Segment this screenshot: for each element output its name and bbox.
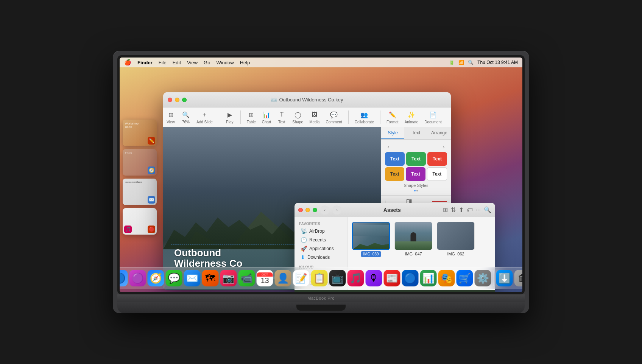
finder-more-icon[interactable]: ··· bbox=[476, 207, 481, 213]
style-btn-red[interactable]: Text bbox=[427, 152, 447, 166]
menu-view[interactable]: View bbox=[187, 60, 198, 65]
macbook-label: MacBook Pro bbox=[307, 296, 335, 300]
dock-launchpad[interactable]: 🟣 bbox=[129, 270, 146, 286]
finder-share-icon[interactable]: ⬆ bbox=[459, 206, 464, 213]
toolbar-table[interactable]: ⊞ Table bbox=[247, 110, 256, 124]
finder-forward-btn[interactable]: › bbox=[332, 205, 341, 215]
dock-music[interactable]: 🎵 bbox=[347, 270, 364, 286]
toolbar-shape[interactable]: ◯ Shape bbox=[292, 110, 303, 124]
dock-maps[interactable]: 🗺 bbox=[202, 270, 219, 286]
toolbar-animate[interactable]: ✨ Animate bbox=[405, 110, 419, 124]
finder-back-btn[interactable]: ‹ bbox=[320, 205, 329, 215]
apple-menu-icon[interactable]: 🍎 bbox=[124, 59, 131, 66]
menu-file[interactable]: File bbox=[159, 60, 167, 65]
sidebar-section-favorites: Favorites bbox=[295, 220, 347, 227]
menubar: 🍎 Finder File Edit View Go Window Help 🔋… bbox=[120, 58, 522, 67]
file-item-img039[interactable]: IMG_039 bbox=[352, 222, 390, 256]
finder-tag-icon[interactable]: 🏷 bbox=[467, 207, 473, 213]
dock-messages[interactable]: 💬 bbox=[166, 270, 182, 286]
dock-trash[interactable]: 🗑 bbox=[514, 270, 523, 286]
finder-minimize-btn[interactable] bbox=[305, 208, 310, 212]
finder-search-icon[interactable]: 🔍 bbox=[484, 206, 491, 213]
dock-systemprefs[interactable]: ⚙️ bbox=[475, 270, 491, 286]
tab-arrange[interactable]: Arrange bbox=[428, 127, 451, 139]
dock-numbers[interactable]: 📊 bbox=[420, 270, 437, 286]
dock-airdrop[interactable]: ⬇️ bbox=[496, 270, 513, 286]
menubar-datetime: Thu Oct 13 9:41 AM bbox=[477, 60, 518, 65]
sidebar-item-applications[interactable]: 🚀 Applications bbox=[296, 244, 346, 253]
screen: 🍎 Finder File Edit View Go Window Help 🔋… bbox=[120, 58, 522, 292]
dock-safari[interactable]: 🧭 bbox=[148, 270, 164, 286]
dock-keynote[interactable]: 🎭 bbox=[438, 270, 455, 286]
finder-fullscreen-btn[interactable] bbox=[313, 208, 317, 212]
dock-news[interactable]: 📰 bbox=[384, 270, 400, 286]
minimize-button[interactable] bbox=[175, 98, 179, 102]
dock-contacts[interactable]: 👤 bbox=[275, 270, 291, 286]
menu-edit[interactable]: Edit bbox=[173, 60, 181, 65]
toolbar-add-slide[interactable]: ＋ Add Slide bbox=[196, 110, 213, 124]
keynote-titlebar: ⌨️ Outbound Wilderness Co.key bbox=[163, 92, 451, 107]
finder-arrange-icon[interactable]: ⇅ bbox=[451, 206, 456, 213]
macbook-chin: MacBook Pro bbox=[117, 294, 525, 302]
style-btn-white[interactable]: Text bbox=[427, 167, 447, 181]
toolbar-chart[interactable]: 📊 Chart bbox=[262, 110, 271, 124]
toolbar-format[interactable]: ✏️ Format bbox=[386, 110, 399, 124]
toolbar-media[interactable]: 🖼 Media bbox=[309, 110, 319, 124]
dock-lasso[interactable]: 🔵 bbox=[402, 270, 419, 286]
style-prev-btn[interactable]: ‹ bbox=[385, 143, 392, 150]
dock-separator bbox=[494, 271, 494, 286]
menubar-search-icon[interactable]: 🔍 bbox=[468, 60, 474, 65]
thumb-3[interactable]: text content here ✉️ bbox=[123, 179, 157, 205]
tab-style[interactable]: Style bbox=[381, 127, 404, 139]
macbook-frame: 🍎 Finder File Edit View Go Window Help 🔋… bbox=[113, 51, 529, 313]
thumb-4[interactable]: 🔴 🎵 bbox=[123, 208, 157, 235]
sidebar-item-airdrop[interactable]: 📡 AirDrop bbox=[296, 227, 346, 235]
toolbar-document[interactable]: 📄 Document bbox=[424, 110, 442, 124]
toolbar-view[interactable]: ⊞ View bbox=[166, 110, 175, 124]
sidebar-item-downloads[interactable]: ⬇ Downloads bbox=[296, 253, 346, 261]
toolbar-play[interactable]: ▶ Play bbox=[225, 110, 234, 124]
dock-calendar[interactable]: OCT 13 bbox=[257, 270, 273, 286]
fullscreen-button[interactable] bbox=[182, 98, 187, 102]
dock-mail[interactable]: ✉️ bbox=[184, 270, 201, 286]
dock-photos[interactable]: 📷 bbox=[220, 270, 237, 286]
dock-facetime[interactable]: 📹 bbox=[238, 270, 255, 286]
sidebar-item-recents[interactable]: 🕐 Recents bbox=[296, 236, 346, 244]
file-label-img039: IMG_039 bbox=[361, 252, 381, 256]
dock-notes[interactable]: 📋 bbox=[311, 270, 328, 286]
toolbar-text[interactable]: T Text bbox=[277, 110, 286, 124]
dock-finder[interactable]: 🔵 bbox=[120, 270, 128, 286]
file-label-img062: IMG_062 bbox=[447, 252, 464, 256]
macbook-base bbox=[117, 302, 525, 313]
thumb-1[interactable]: WorkshopBook ✏️ bbox=[123, 120, 157, 146]
app-name[interactable]: Finder bbox=[137, 60, 153, 65]
file-item-img062[interactable]: IMG_062 bbox=[437, 222, 475, 256]
file-item-img047[interactable]: IMG_047 bbox=[394, 222, 432, 256]
style-next-btn[interactable]: › bbox=[440, 143, 447, 150]
screen-bezel: 🍎 Finder File Edit View Go Window Help 🔋… bbox=[117, 55, 525, 294]
window-title: ⌨️ Outbound Wilderness Co.key bbox=[271, 97, 343, 103]
dock-appletv[interactable]: 📺 bbox=[329, 270, 346, 286]
macbook-notch bbox=[296, 305, 346, 311]
dock-podcasts[interactable]: 🎙 bbox=[366, 270, 382, 286]
shape-styles-label: Shape Styles bbox=[385, 183, 447, 188]
thumb-2[interactable]: Farm 🧭 bbox=[123, 149, 157, 176]
toolbar-zoom[interactable]: 🔍 76% bbox=[181, 110, 190, 124]
menu-help[interactable]: Help bbox=[240, 60, 250, 65]
style-btn-yellow[interactable]: Text bbox=[385, 167, 404, 181]
finder-view-icon[interactable]: ⊞ bbox=[443, 206, 448, 213]
desktop: WorkshopBook ✏️ Farm 🧭 text content here… bbox=[120, 67, 522, 292]
style-btn-green[interactable]: Text bbox=[406, 152, 426, 166]
menu-window[interactable]: Window bbox=[216, 60, 234, 65]
mission-control-thumbs: WorkshopBook ✏️ Farm 🧭 text content here… bbox=[120, 117, 161, 238]
style-btn-purple[interactable]: Text bbox=[406, 167, 425, 181]
style-btn-blue[interactable]: Text bbox=[385, 152, 405, 166]
close-button[interactable] bbox=[168, 98, 172, 102]
dock-appstore[interactable]: 🛒 bbox=[457, 270, 473, 286]
toolbar-collaborate[interactable]: 👥 Collaborate bbox=[355, 110, 374, 124]
menu-go[interactable]: Go bbox=[204, 60, 210, 65]
finder-close-btn[interactable] bbox=[298, 208, 303, 212]
toolbar-comment[interactable]: 💬 Comment bbox=[326, 110, 342, 124]
dock-reminders[interactable]: 📝 bbox=[293, 270, 310, 286]
tab-text[interactable]: Text bbox=[404, 127, 427, 139]
